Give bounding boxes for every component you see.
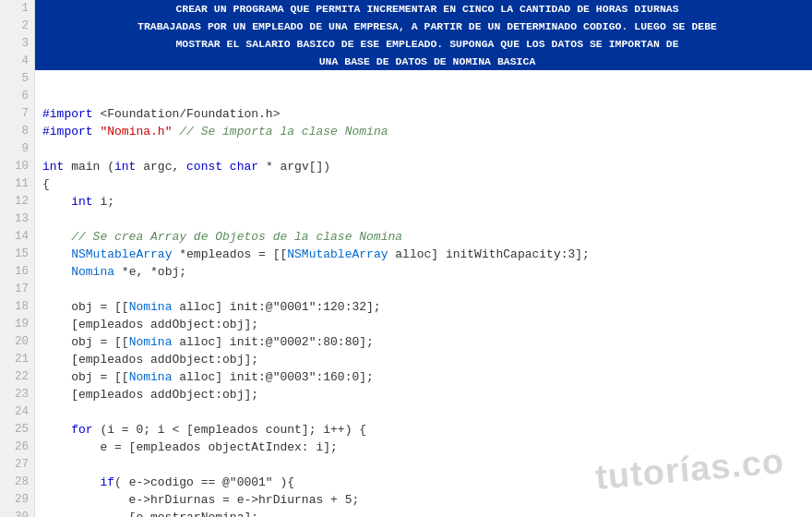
line-number-27: 27 [0,456,34,474]
code-line-5 [35,70,812,88]
code-line-14: // Se crea Array de Objetos de la clase … [35,228,812,246]
line-number-23: 23 [0,386,34,403]
code-line-2: TRABAJADAS POR UN EMPLEADO DE UNA EMPRES… [35,18,812,35]
line-number-12: 12 [0,193,34,210]
code-line-8: #import "Nomina.h" // Se importa la clas… [35,123,812,140]
code-line-6 [35,88,812,105]
line-number-26: 26 [0,439,34,456]
code-line-3: MOSTRAR EL SALARIO BASICO DE ESE EMPLEAD… [35,35,812,53]
code-line-22: obj = [[Nomina alloc] init:@"0003":160:0… [35,368,812,386]
code-line-23: [empleados addObject:obj]; [35,386,812,403]
line-number-25: 25 [0,421,34,439]
code-editor: 1234567891011121314151617181920212223242… [0,0,812,517]
line-number-13: 13 [0,210,34,228]
line-number-19: 19 [0,316,34,333]
code-line-18: obj = [[Nomina alloc] init:@"0001":120:3… [35,298,812,316]
line-number-9: 9 [0,140,34,158]
code-line-30: [e mostrarNomina]; [35,509,812,517]
line-number-24: 24 [0,403,34,421]
code-line-25: for (i = 0; i < [empleados count]; i++) … [35,421,812,439]
line-number-29: 29 [0,491,34,509]
line-number-1: 1 [0,0,34,18]
code-line-27 [35,456,812,474]
code-line-24 [35,403,812,421]
code-line-21: [empleados addObject:obj]; [35,351,812,368]
line-numbers: 1234567891011121314151617181920212223242… [0,0,35,517]
line-number-3: 3 [0,35,34,53]
line-number-8: 8 [0,123,34,140]
code-line-26: e = [empleados objectAtIndex: i]; [35,439,812,456]
line-number-30: 30 [0,509,34,517]
code-line-10: int main (int argc, const char * argv[]) [35,158,812,175]
line-number-16: 16 [0,263,34,281]
line-number-4: 4 [0,53,34,70]
code-line-9 [35,140,812,158]
code-line-19: [empleados addObject:obj]; [35,316,812,333]
code-line-29: e->hrDiurnas = e->hrDiurnas + 5; [35,491,812,509]
line-number-5: 5 [0,70,34,88]
line-number-2: 2 [0,18,34,35]
line-number-20: 20 [0,333,34,351]
code-area: 1234567891011121314151617181920212223242… [0,0,812,517]
code-line-28: if( e->codigo == @"0001" ){ [35,474,812,491]
code-lines[interactable]: CREAR UN PROGRAMA QUE PERMITA INCREMENTA… [35,0,812,517]
line-number-7: 7 [0,105,34,123]
code-line-13 [35,210,812,228]
code-line-20: obj = [[Nomina alloc] init:@"0002":80:80… [35,333,812,351]
line-number-14: 14 [0,228,34,246]
code-line-11: { [35,175,812,193]
line-number-11: 11 [0,175,34,193]
line-number-15: 15 [0,246,34,263]
line-number-10: 10 [0,158,34,175]
code-line-1: CREAR UN PROGRAMA QUE PERMITA INCREMENTA… [35,0,812,18]
code-line-12: int i; [35,193,812,210]
line-number-18: 18 [0,298,34,316]
code-line-16: Nomina *e, *obj; [35,263,812,281]
line-number-22: 22 [0,368,34,386]
line-number-6: 6 [0,88,34,105]
line-number-17: 17 [0,281,34,298]
line-number-28: 28 [0,474,34,491]
line-number-21: 21 [0,351,34,368]
code-line-15: NSMutableArray *empleados = [[NSMutableA… [35,246,812,263]
code-line-4: UNA BASE DE DATOS DE NOMINA BASICA [35,53,812,70]
code-line-7: #import <Foundation/Foundation.h> [35,105,812,123]
code-line-17 [35,281,812,298]
